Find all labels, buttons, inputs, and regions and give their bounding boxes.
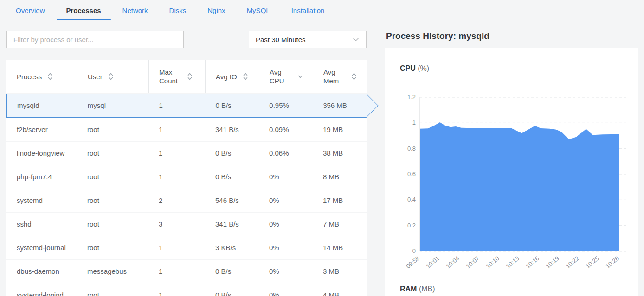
svg-text:10:25: 10:25 — [584, 255, 600, 270]
table-row-systemd[interactable]: systemd root 2 546 B/s 0% 17 MB — [6, 189, 367, 212]
svg-text:0.2: 0.2 — [407, 222, 416, 229]
svg-text:1.2: 1.2 — [407, 94, 416, 101]
svg-text:1: 1 — [412, 119, 416, 126]
svg-text:10:01: 10:01 — [425, 255, 441, 270]
svg-text:0.6: 0.6 — [407, 170, 416, 177]
svg-text:10:19: 10:19 — [544, 255, 560, 270]
selected-row-arrow — [355, 94, 379, 118]
tab-disks[interactable]: Disks — [169, 0, 187, 21]
sort-both-icon — [187, 72, 193, 81]
svg-text:0.8: 0.8 — [407, 145, 416, 152]
column-header-process[interactable]: Process — [6, 60, 77, 93]
sort-desc-icon — [297, 72, 303, 81]
table-row-dbus-daemon[interactable]: dbus-daemon messagebus 1 0 B/s 0% 3 MB — [6, 260, 367, 283]
cpu-chart-heading: CPU (%) — [400, 64, 429, 73]
time-range-value: Past 30 Minutes — [256, 36, 306, 44]
svg-text:10:10: 10:10 — [484, 255, 501, 270]
tab-overview[interactable]: Overview — [16, 0, 45, 21]
tab-installation[interactable]: Installation — [291, 0, 325, 21]
column-header-avg-mem[interactable]: Avg Mem — [313, 60, 367, 93]
table-row-sshd[interactable]: sshd root 3 341 B/s 0% 7 MB — [6, 213, 367, 236]
process-history-title: Process History: mysqld — [386, 31, 489, 41]
svg-text:10:07: 10:07 — [464, 255, 481, 270]
table-header: Process User Max Count Avg IO Avg CPU — [6, 60, 367, 93]
column-header-avg-cpu[interactable]: Avg CPU — [259, 60, 313, 93]
svg-text:0.4: 0.4 — [407, 196, 416, 203]
process-table: Process User Max Count Avg IO Avg CPU — [6, 60, 367, 296]
svg-text:10:13: 10:13 — [504, 255, 521, 270]
table-row-php-fpm[interactable]: php-fpm7.4 root 1 0 B/s 0% 8 MB — [6, 165, 367, 189]
svg-text:10:28: 10:28 — [604, 255, 620, 270]
time-range-select[interactable]: Past 30 Minutes — [249, 31, 367, 48]
table-row-linode-longview[interactable]: linode-longview root 1 0 B/s 0.06% 38 MB — [6, 142, 367, 165]
table-row-systemd-logind[interactable]: systemd-logind root 1 0 B/s 0% 4 MB — [6, 283, 367, 296]
process-filter-input[interactable] — [6, 31, 184, 48]
table-row-mysqld[interactable]: mysqld mysql 1 0 B/s 0.95% 356 MB — [6, 94, 367, 118]
tab-mysql[interactable]: MySQL — [247, 0, 270, 21]
sort-both-icon — [351, 72, 357, 81]
cpu-area-chart: 00.20.40.60.811.209:5810:0110:0410:0710:… — [394, 92, 632, 276]
tab-nginx[interactable]: Nginx — [207, 0, 225, 21]
svg-text:10:04: 10:04 — [444, 255, 461, 270]
chevron-down-icon — [352, 37, 360, 42]
svg-text:09:58: 09:58 — [405, 255, 421, 270]
table-row-systemd-journal[interactable]: systemd-journal root 1 3 KB/s 0% 14 MB — [6, 236, 367, 259]
svg-text:10:22: 10:22 — [564, 255, 580, 270]
ram-chart-heading: RAM (MB) — [400, 285, 435, 293]
svg-text:0: 0 — [412, 247, 416, 254]
sort-both-icon — [243, 72, 248, 81]
column-header-user[interactable]: User — [77, 60, 148, 93]
column-header-max-count[interactable]: Max Count — [148, 60, 205, 93]
table-row-f2b-server[interactable]: f2b/server root 1 341 B/s 0.09% 19 MB — [6, 118, 367, 141]
tab-processes[interactable]: Processes — [66, 0, 101, 21]
tab-network[interactable]: Network — [122, 0, 148, 21]
tab-bar: Overview Processes Network Disks Nginx M… — [0, 0, 644, 21]
sort-both-icon — [108, 72, 114, 81]
svg-text:10:16: 10:16 — [524, 255, 541, 270]
sort-both-icon — [47, 72, 53, 81]
process-history-card: CPU (%) 00.20.40.60.811.209:5810:0110:04… — [385, 48, 638, 296]
column-header-avg-io[interactable]: Avg IO — [205, 60, 259, 93]
